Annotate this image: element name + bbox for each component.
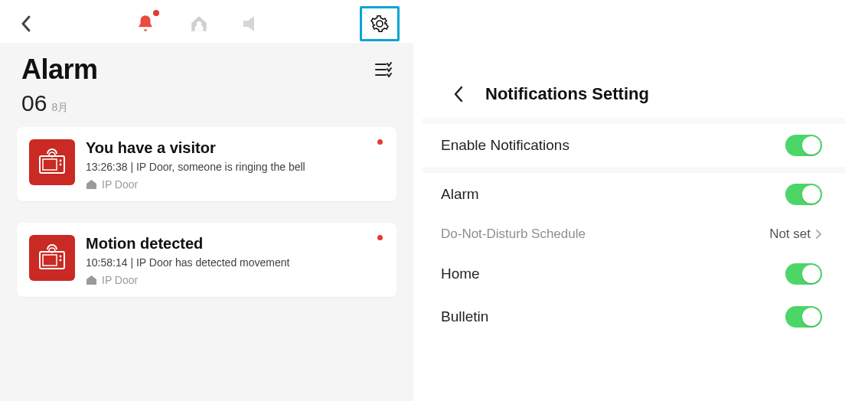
event-subtitle: 13:26:38 | IP Door, someone is ringing t… bbox=[86, 161, 383, 173]
settings-button-highlight bbox=[360, 6, 400, 41]
profile-icon bbox=[189, 14, 209, 34]
event-card[interactable]: You have a visitor 13:26:38 | IP Door, s… bbox=[17, 127, 396, 201]
settings-button[interactable] bbox=[367, 11, 392, 36]
top-bar bbox=[0, 0, 413, 43]
page-title: Notifications Setting bbox=[485, 84, 649, 104]
toggle-bulletin[interactable] bbox=[785, 306, 822, 328]
event-source: IP Door bbox=[86, 274, 383, 286]
chevron-right-icon bbox=[815, 229, 822, 240]
tab-bulletin[interactable] bbox=[240, 11, 265, 36]
setting-home: Home bbox=[423, 253, 845, 295]
toggle-enable-notifications[interactable] bbox=[785, 135, 822, 156]
setting-enable-notifications: Enable Notifications bbox=[423, 124, 845, 167]
chevron-left-icon bbox=[453, 86, 464, 103]
toggle-alarm[interactable] bbox=[785, 184, 822, 205]
page-title: Alarm bbox=[21, 54, 98, 86]
setting-label: Do-Not-Disturb Schedule bbox=[441, 227, 586, 242]
setting-label: Alarm bbox=[441, 186, 479, 203]
date-row: 06 8月 bbox=[0, 87, 413, 122]
event-list: You have a visitor 13:26:38 | IP Door, s… bbox=[0, 122, 413, 323]
chevron-left-icon bbox=[20, 15, 32, 33]
svg-point-11 bbox=[60, 256, 62, 258]
device-icon bbox=[29, 235, 75, 281]
setting-label: Bulletin bbox=[441, 308, 488, 325]
unread-dot bbox=[153, 10, 159, 16]
setting-dnd-schedule[interactable]: Do-Not-Disturb Schedule Not set bbox=[423, 216, 845, 253]
setting-bulletin: Bulletin bbox=[423, 295, 845, 338]
home-icon bbox=[86, 179, 97, 190]
setting-label: Home bbox=[441, 266, 480, 282]
event-source-label: IP Door bbox=[102, 274, 138, 286]
setting-value: Not set bbox=[769, 227, 822, 242]
dnd-value-text: Not set bbox=[769, 227, 811, 242]
svg-rect-5 bbox=[43, 159, 57, 170]
event-card[interactable]: Motion detected 10:58:14 | IP Door has d… bbox=[17, 223, 396, 297]
event-source: IP Door bbox=[86, 178, 383, 191]
speaker-icon bbox=[242, 15, 263, 33]
event-title: Motion detected bbox=[86, 235, 383, 253]
back-button[interactable] bbox=[453, 86, 464, 103]
event-source-label: IP Door bbox=[102, 178, 138, 191]
back-button[interactable] bbox=[14, 11, 38, 36]
date-month: 8月 bbox=[51, 101, 68, 115]
svg-rect-10 bbox=[43, 255, 57, 266]
event-title: You have a visitor bbox=[86, 139, 383, 157]
tab-home[interactable] bbox=[187, 11, 211, 36]
toggle-home[interactable] bbox=[785, 263, 822, 285]
gear-icon bbox=[370, 15, 389, 33]
date-day: 06 bbox=[21, 90, 47, 116]
svg-point-6 bbox=[60, 160, 62, 162]
alarm-screen: Alarm 06 8月 bbox=[0, 0, 413, 401]
device-icon bbox=[29, 139, 75, 185]
tab-alarm[interactable] bbox=[133, 11, 158, 36]
alarm-header: Alarm bbox=[0, 43, 413, 87]
svg-point-8 bbox=[51, 155, 54, 158]
unread-dot bbox=[377, 139, 383, 145]
unread-dot bbox=[377, 235, 383, 240]
setting-alarm: Alarm bbox=[423, 173, 845, 216]
top-tabs bbox=[133, 11, 265, 36]
event-subtitle: 10:58:14 | IP Door has detected movement bbox=[86, 256, 383, 269]
filter-button[interactable] bbox=[375, 62, 392, 77]
settings-screen: Notifications Setting Enable Notificatio… bbox=[413, 0, 868, 401]
svg-point-7 bbox=[60, 164, 62, 166]
setting-label: Enable Notifications bbox=[441, 137, 569, 154]
svg-point-13 bbox=[51, 251, 54, 253]
settings-header: Notifications Setting bbox=[423, 0, 845, 118]
bell-icon bbox=[135, 14, 155, 34]
filter-check-icon bbox=[375, 62, 392, 77]
home-icon bbox=[86, 275, 97, 285]
svg-point-12 bbox=[60, 259, 62, 262]
